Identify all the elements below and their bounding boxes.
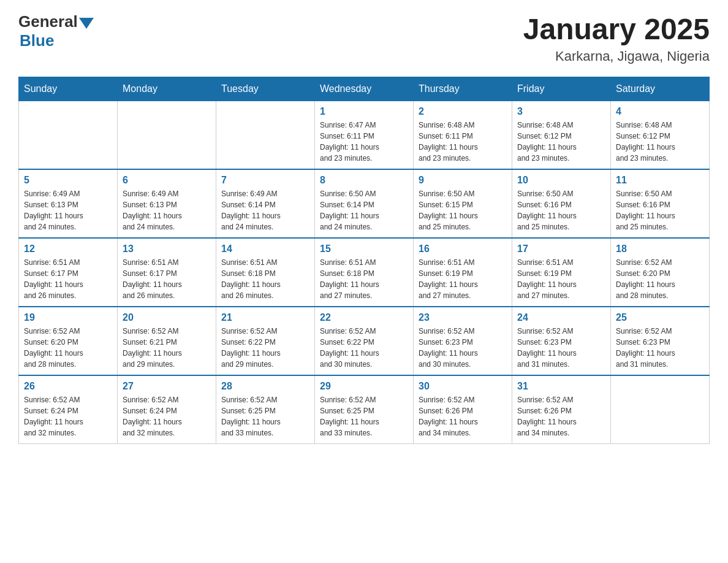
table-row: 15Sunrise: 6:51 AM Sunset: 6:18 PM Dayli… xyxy=(315,238,414,307)
day-info: Sunrise: 6:48 AM Sunset: 6:12 PM Dayligh… xyxy=(616,120,704,164)
table-row: 6Sunrise: 6:49 AM Sunset: 6:13 PM Daylig… xyxy=(118,169,216,238)
table-row xyxy=(118,101,216,170)
title-section: January 2025 Karkarna, Jigawa, Nigeria xyxy=(523,12,710,64)
day-number: 24 xyxy=(517,312,605,323)
day-number: 30 xyxy=(419,381,507,392)
calendar-week-row: 26Sunrise: 6:52 AM Sunset: 6:24 PM Dayli… xyxy=(19,375,710,444)
day-number: 10 xyxy=(517,175,605,186)
table-row: 26Sunrise: 6:52 AM Sunset: 6:24 PM Dayli… xyxy=(19,375,118,444)
day-info: Sunrise: 6:51 AM Sunset: 6:19 PM Dayligh… xyxy=(517,257,605,301)
logo-blue-text: Blue xyxy=(20,31,94,50)
table-row: 10Sunrise: 6:50 AM Sunset: 6:16 PM Dayli… xyxy=(512,169,611,238)
day-number: 31 xyxy=(517,381,605,392)
day-number: 25 xyxy=(616,312,704,323)
day-number: 7 xyxy=(221,175,309,186)
table-row: 3Sunrise: 6:48 AM Sunset: 6:12 PM Daylig… xyxy=(512,101,611,170)
day-info: Sunrise: 6:49 AM Sunset: 6:13 PM Dayligh… xyxy=(123,188,211,232)
location-subtitle: Karkarna, Jigawa, Nigeria xyxy=(523,48,710,64)
day-number: 18 xyxy=(616,243,704,255)
day-number: 16 xyxy=(419,243,507,255)
logo-general-text: General xyxy=(18,12,78,31)
day-number: 5 xyxy=(24,175,112,186)
day-info: Sunrise: 6:48 AM Sunset: 6:12 PM Dayligh… xyxy=(517,120,605,164)
table-row: 16Sunrise: 6:51 AM Sunset: 6:19 PM Dayli… xyxy=(414,238,512,307)
day-number: 9 xyxy=(419,175,507,186)
table-row: 18Sunrise: 6:52 AM Sunset: 6:20 PM Dayli… xyxy=(611,238,710,307)
table-row: 1Sunrise: 6:47 AM Sunset: 6:11 PM Daylig… xyxy=(315,101,414,170)
table-row: 28Sunrise: 6:52 AM Sunset: 6:25 PM Dayli… xyxy=(216,375,315,444)
day-number: 8 xyxy=(320,175,408,186)
table-row: 5Sunrise: 6:49 AM Sunset: 6:13 PM Daylig… xyxy=(19,169,118,238)
day-number: 19 xyxy=(24,312,112,323)
table-row: 23Sunrise: 6:52 AM Sunset: 6:23 PM Dayli… xyxy=(414,307,512,375)
table-row: 8Sunrise: 6:50 AM Sunset: 6:14 PM Daylig… xyxy=(315,169,414,238)
day-info: Sunrise: 6:52 AM Sunset: 6:20 PM Dayligh… xyxy=(24,326,112,370)
day-number: 14 xyxy=(221,243,309,255)
day-info: Sunrise: 6:52 AM Sunset: 6:25 PM Dayligh… xyxy=(320,394,408,439)
day-number: 20 xyxy=(123,312,211,323)
table-row: 29Sunrise: 6:52 AM Sunset: 6:25 PM Dayli… xyxy=(315,375,414,444)
day-number: 23 xyxy=(419,312,507,323)
col-sunday: Sunday xyxy=(19,77,118,101)
table-row: 31Sunrise: 6:52 AM Sunset: 6:26 PM Dayli… xyxy=(512,375,611,444)
table-row: 30Sunrise: 6:52 AM Sunset: 6:26 PM Dayli… xyxy=(414,375,512,444)
day-info: Sunrise: 6:51 AM Sunset: 6:19 PM Dayligh… xyxy=(419,257,507,301)
col-wednesday: Wednesday xyxy=(315,77,414,101)
day-info: Sunrise: 6:52 AM Sunset: 6:23 PM Dayligh… xyxy=(616,326,704,370)
calendar-week-row: 5Sunrise: 6:49 AM Sunset: 6:13 PM Daylig… xyxy=(19,169,710,238)
day-info: Sunrise: 6:52 AM Sunset: 6:23 PM Dayligh… xyxy=(517,326,605,370)
day-info: Sunrise: 6:52 AM Sunset: 6:24 PM Dayligh… xyxy=(24,394,112,439)
table-row: 24Sunrise: 6:52 AM Sunset: 6:23 PM Dayli… xyxy=(512,307,611,375)
table-row: 21Sunrise: 6:52 AM Sunset: 6:22 PM Dayli… xyxy=(216,307,315,375)
day-info: Sunrise: 6:52 AM Sunset: 6:24 PM Dayligh… xyxy=(123,394,211,439)
day-info: Sunrise: 6:47 AM Sunset: 6:11 PM Dayligh… xyxy=(320,120,408,164)
day-info: Sunrise: 6:52 AM Sunset: 6:20 PM Dayligh… xyxy=(616,257,704,301)
day-info: Sunrise: 6:52 AM Sunset: 6:21 PM Dayligh… xyxy=(123,326,211,370)
day-number: 13 xyxy=(123,243,211,255)
table-row: 22Sunrise: 6:52 AM Sunset: 6:22 PM Dayli… xyxy=(315,307,414,375)
table-row: 7Sunrise: 6:49 AM Sunset: 6:14 PM Daylig… xyxy=(216,169,315,238)
day-info: Sunrise: 6:51 AM Sunset: 6:17 PM Dayligh… xyxy=(24,257,112,301)
day-info: Sunrise: 6:50 AM Sunset: 6:16 PM Dayligh… xyxy=(517,188,605,232)
day-number: 2 xyxy=(419,106,507,117)
day-info: Sunrise: 6:51 AM Sunset: 6:18 PM Dayligh… xyxy=(221,257,309,301)
day-info: Sunrise: 6:52 AM Sunset: 6:25 PM Dayligh… xyxy=(221,394,309,439)
calendar-week-row: 1Sunrise: 6:47 AM Sunset: 6:11 PM Daylig… xyxy=(19,101,710,170)
day-info: Sunrise: 6:52 AM Sunset: 6:22 PM Dayligh… xyxy=(320,326,408,370)
day-info: Sunrise: 6:50 AM Sunset: 6:16 PM Dayligh… xyxy=(616,188,704,232)
table-row: 9Sunrise: 6:50 AM Sunset: 6:15 PM Daylig… xyxy=(414,169,512,238)
day-info: Sunrise: 6:49 AM Sunset: 6:13 PM Dayligh… xyxy=(24,188,112,232)
day-number: 11 xyxy=(616,175,704,186)
day-info: Sunrise: 6:52 AM Sunset: 6:22 PM Dayligh… xyxy=(221,326,309,370)
day-number: 22 xyxy=(320,312,408,323)
day-number: 3 xyxy=(517,106,605,117)
table-row: 17Sunrise: 6:51 AM Sunset: 6:19 PM Dayli… xyxy=(512,238,611,307)
day-number: 21 xyxy=(221,312,309,323)
day-info: Sunrise: 6:51 AM Sunset: 6:18 PM Dayligh… xyxy=(320,257,408,301)
table-row: 19Sunrise: 6:52 AM Sunset: 6:20 PM Dayli… xyxy=(19,307,118,375)
month-year-title: January 2025 xyxy=(523,12,710,46)
day-number: 29 xyxy=(320,381,408,392)
table-row xyxy=(611,375,710,444)
calendar-week-row: 19Sunrise: 6:52 AM Sunset: 6:20 PM Dayli… xyxy=(19,307,710,375)
day-number: 27 xyxy=(123,381,211,392)
day-info: Sunrise: 6:52 AM Sunset: 6:23 PM Dayligh… xyxy=(419,326,507,370)
col-saturday: Saturday xyxy=(611,77,710,101)
table-row xyxy=(19,101,118,170)
table-row: 4Sunrise: 6:48 AM Sunset: 6:12 PM Daylig… xyxy=(611,101,710,170)
day-number: 26 xyxy=(24,381,112,392)
day-info: Sunrise: 6:50 AM Sunset: 6:14 PM Dayligh… xyxy=(320,188,408,232)
col-monday: Monday xyxy=(118,77,216,101)
logo: General Blue xyxy=(18,12,94,50)
col-thursday: Thursday xyxy=(414,77,512,101)
col-friday: Friday xyxy=(512,77,611,101)
page-header: General Blue January 2025 Karkarna, Jiga… xyxy=(18,12,710,64)
day-number: 15 xyxy=(320,243,408,255)
day-number: 17 xyxy=(517,243,605,255)
day-number: 1 xyxy=(320,106,408,117)
table-row: 25Sunrise: 6:52 AM Sunset: 6:23 PM Dayli… xyxy=(611,307,710,375)
table-row: 13Sunrise: 6:51 AM Sunset: 6:17 PM Dayli… xyxy=(118,238,216,307)
day-number: 28 xyxy=(221,381,309,392)
logo-triangle-icon xyxy=(79,18,94,29)
table-row: 27Sunrise: 6:52 AM Sunset: 6:24 PM Dayli… xyxy=(118,375,216,444)
